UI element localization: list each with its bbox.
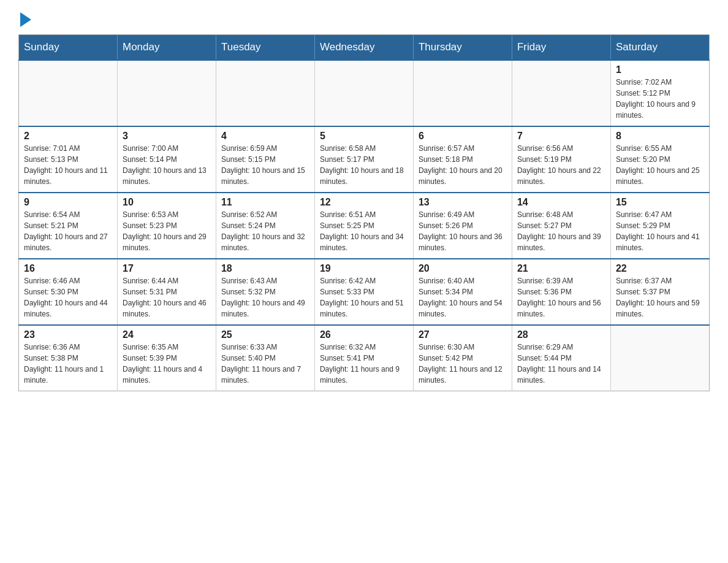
day-number: 20 (419, 263, 507, 274)
day-info: Sunrise: 6:44 AMSunset: 5:31 PMDaylight:… (123, 275, 211, 320)
day-info: Sunrise: 6:54 AMSunset: 5:21 PMDaylight:… (24, 209, 112, 253)
day-number: 2 (24, 131, 112, 142)
calendar-cell: 4Sunrise: 6:59 AMSunset: 5:15 PMDaylight… (216, 126, 314, 193)
weekday-header-saturday: Saturday (610, 35, 709, 61)
weekday-header-friday: Friday (512, 35, 610, 61)
day-info: Sunrise: 6:29 AMSunset: 5:44 PMDaylight:… (517, 342, 605, 386)
day-info: Sunrise: 6:56 AMSunset: 5:19 PMDaylight:… (517, 143, 605, 187)
weekday-header-thursday: Thursday (413, 35, 512, 61)
day-info: Sunrise: 7:02 AMSunset: 5:12 PMDaylight:… (616, 77, 704, 121)
day-info: Sunrise: 7:01 AMSunset: 5:13 PMDaylight:… (24, 143, 112, 187)
calendar-cell: 2Sunrise: 7:01 AMSunset: 5:13 PMDaylight… (19, 126, 118, 193)
day-number: 24 (123, 329, 211, 340)
calendar-cell: 26Sunrise: 6:32 AMSunset: 5:41 PMDayligh… (314, 325, 413, 391)
week-row-5: 23Sunrise: 6:36 AMSunset: 5:38 PMDayligh… (19, 325, 710, 391)
day-number: 1 (616, 64, 704, 75)
calendar-body: 1Sunrise: 7:02 AMSunset: 5:12 PMDaylight… (19, 60, 710, 391)
day-info: Sunrise: 6:36 AMSunset: 5:38 PMDaylight:… (24, 342, 112, 386)
day-number: 22 (616, 263, 704, 274)
calendar-cell: 1Sunrise: 7:02 AMSunset: 5:12 PMDaylight… (610, 60, 709, 126)
day-number: 10 (123, 197, 211, 208)
day-number: 18 (221, 263, 309, 274)
calendar-cell: 9Sunrise: 6:54 AMSunset: 5:21 PMDaylight… (19, 193, 118, 259)
calendar-cell (19, 60, 118, 126)
calendar-cell: 14Sunrise: 6:48 AMSunset: 5:27 PMDayligh… (512, 193, 610, 259)
day-info: Sunrise: 6:48 AMSunset: 5:27 PMDaylight:… (517, 209, 605, 253)
day-info: Sunrise: 6:39 AMSunset: 5:36 PMDaylight:… (517, 275, 605, 320)
weekday-row: SundayMondayTuesdayWednesdayThursdayFrid… (19, 35, 710, 61)
calendar-cell: 19Sunrise: 6:42 AMSunset: 5:33 PMDayligh… (314, 259, 413, 325)
day-number: 14 (517, 197, 605, 208)
day-info: Sunrise: 6:32 AMSunset: 5:41 PMDaylight:… (320, 342, 408, 386)
weekday-header-sunday: Sunday (19, 35, 118, 61)
calendar-cell (216, 60, 314, 126)
week-row-1: 1Sunrise: 7:02 AMSunset: 5:12 PMDaylight… (19, 60, 710, 126)
calendar-cell: 20Sunrise: 6:40 AMSunset: 5:34 PMDayligh… (413, 259, 512, 325)
calendar-cell: 27Sunrise: 6:30 AMSunset: 5:42 PMDayligh… (413, 325, 512, 391)
calendar-cell: 11Sunrise: 6:52 AMSunset: 5:24 PMDayligh… (216, 193, 314, 259)
calendar-cell (314, 60, 413, 126)
calendar-cell (512, 60, 610, 126)
day-number: 16 (24, 263, 112, 274)
day-number: 19 (320, 263, 408, 274)
day-number: 7 (517, 131, 605, 142)
day-info: Sunrise: 6:46 AMSunset: 5:30 PMDaylight:… (24, 275, 112, 320)
day-number: 6 (419, 131, 507, 142)
logo (18, 12, 31, 25)
day-number: 15 (616, 197, 704, 208)
logo-arrow-icon (20, 12, 31, 27)
day-number: 4 (221, 131, 309, 142)
day-info: Sunrise: 6:30 AMSunset: 5:42 PMDaylight:… (419, 342, 507, 386)
calendar-table: SundayMondayTuesdayWednesdayThursdayFrid… (18, 34, 710, 391)
day-info: Sunrise: 6:53 AMSunset: 5:23 PMDaylight:… (123, 209, 211, 253)
day-info: Sunrise: 6:43 AMSunset: 5:32 PMDaylight:… (221, 275, 309, 320)
calendar-cell: 18Sunrise: 6:43 AMSunset: 5:32 PMDayligh… (216, 259, 314, 325)
calendar-cell: 21Sunrise: 6:39 AMSunset: 5:36 PMDayligh… (512, 259, 610, 325)
day-info: Sunrise: 6:55 AMSunset: 5:20 PMDaylight:… (616, 143, 704, 187)
day-info: Sunrise: 6:35 AMSunset: 5:39 PMDaylight:… (123, 342, 211, 386)
day-number: 26 (320, 329, 408, 340)
day-info: Sunrise: 6:51 AMSunset: 5:25 PMDaylight:… (320, 209, 408, 253)
day-number: 8 (616, 131, 704, 142)
calendar-cell: 7Sunrise: 6:56 AMSunset: 5:19 PMDaylight… (512, 126, 610, 193)
calendar-cell: 5Sunrise: 6:58 AMSunset: 5:17 PMDaylight… (314, 126, 413, 193)
day-number: 9 (24, 197, 112, 208)
week-row-2: 2Sunrise: 7:01 AMSunset: 5:13 PMDaylight… (19, 126, 710, 193)
day-info: Sunrise: 6:57 AMSunset: 5:18 PMDaylight:… (419, 143, 507, 187)
logo-line1 (18, 12, 31, 27)
calendar-cell (610, 325, 709, 391)
day-info: Sunrise: 6:52 AMSunset: 5:24 PMDaylight:… (221, 209, 309, 253)
day-info: Sunrise: 6:59 AMSunset: 5:15 PMDaylight:… (221, 143, 309, 187)
weekday-header-monday: Monday (117, 35, 216, 61)
week-row-3: 9Sunrise: 6:54 AMSunset: 5:21 PMDaylight… (19, 193, 710, 259)
calendar-cell: 12Sunrise: 6:51 AMSunset: 5:25 PMDayligh… (314, 193, 413, 259)
calendar-cell: 25Sunrise: 6:33 AMSunset: 5:40 PMDayligh… (216, 325, 314, 391)
page-header (18, 12, 710, 25)
calendar-cell: 23Sunrise: 6:36 AMSunset: 5:38 PMDayligh… (19, 325, 118, 391)
day-number: 27 (419, 329, 507, 340)
day-info: Sunrise: 6:47 AMSunset: 5:29 PMDaylight:… (616, 209, 704, 253)
day-number: 12 (320, 197, 408, 208)
calendar-cell: 28Sunrise: 6:29 AMSunset: 5:44 PMDayligh… (512, 325, 610, 391)
calendar-cell: 16Sunrise: 6:46 AMSunset: 5:30 PMDayligh… (19, 259, 118, 325)
day-number: 25 (221, 329, 309, 340)
day-number: 11 (221, 197, 309, 208)
calendar-cell (117, 60, 216, 126)
calendar-cell: 3Sunrise: 7:00 AMSunset: 5:14 PMDaylight… (117, 126, 216, 193)
week-row-4: 16Sunrise: 6:46 AMSunset: 5:30 PMDayligh… (19, 259, 710, 325)
day-number: 5 (320, 131, 408, 142)
day-info: Sunrise: 6:58 AMSunset: 5:17 PMDaylight:… (320, 143, 408, 187)
weekday-header-tuesday: Tuesday (216, 35, 314, 61)
day-info: Sunrise: 6:40 AMSunset: 5:34 PMDaylight:… (419, 275, 507, 320)
calendar-cell: 17Sunrise: 6:44 AMSunset: 5:31 PMDayligh… (117, 259, 216, 325)
day-info: Sunrise: 6:37 AMSunset: 5:37 PMDaylight:… (616, 275, 704, 320)
day-number: 23 (24, 329, 112, 340)
day-number: 3 (123, 131, 211, 142)
day-number: 13 (419, 197, 507, 208)
calendar-cell: 13Sunrise: 6:49 AMSunset: 5:26 PMDayligh… (413, 193, 512, 259)
day-number: 17 (123, 263, 211, 274)
day-info: Sunrise: 6:33 AMSunset: 5:40 PMDaylight:… (221, 342, 309, 386)
calendar-cell: 24Sunrise: 6:35 AMSunset: 5:39 PMDayligh… (117, 325, 216, 391)
calendar-cell: 15Sunrise: 6:47 AMSunset: 5:29 PMDayligh… (610, 193, 709, 259)
day-info: Sunrise: 6:49 AMSunset: 5:26 PMDaylight:… (419, 209, 507, 253)
